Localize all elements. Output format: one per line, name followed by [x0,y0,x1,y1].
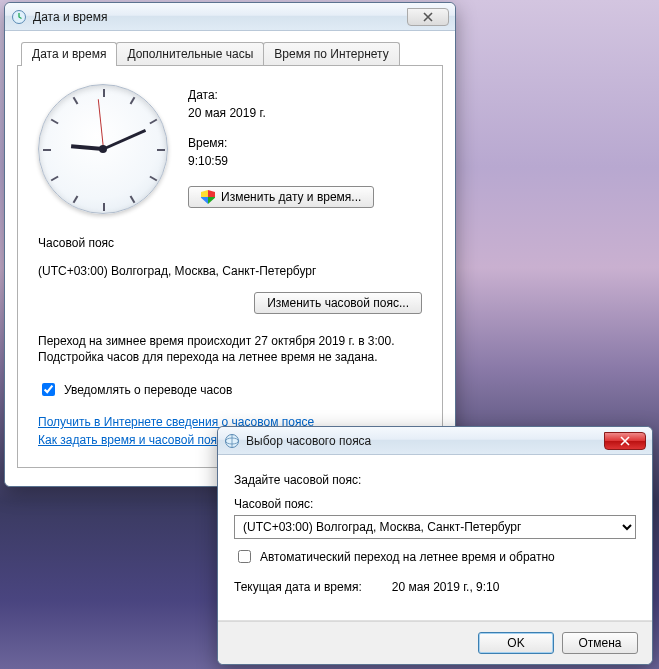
titlebar[interactable]: Дата и время [5,3,455,31]
dialog-title: Выбор часового пояса [246,434,598,448]
timezone-value: (UTC+03:00) Волгоград, Москва, Санкт-Пет… [38,264,422,278]
tabstrip: Дата и время Дополнительные часы Время п… [17,41,443,66]
timezone-heading: Часовой пояс [38,236,422,250]
timezone-dialog: Выбор часового пояса Задайте часовой поя… [217,426,653,665]
titlebar[interactable]: Выбор часового пояса [218,427,652,455]
clock-icon [11,9,27,25]
link-howto[interactable]: Как задать время и часовой пояс? [38,433,230,447]
notify-checkbox-row[interactable]: Уведомлять о переводе часов [38,380,422,399]
change-datetime-button[interactable]: Изменить дату и время... [188,186,374,208]
change-datetime-label: Изменить дату и время... [221,190,361,204]
change-timezone-label: Изменить часовой пояс... [267,296,409,310]
auto-dst-checkbox[interactable] [238,550,251,563]
cancel-button[interactable]: Отмена [562,632,638,654]
dst-info-1: Переход на зимнее время происходит 27 ок… [38,334,422,348]
close-button[interactable] [407,8,449,26]
time-label: Время: [188,136,374,150]
tz-label: Часовой пояс: [234,497,636,511]
tz-select[interactable]: (UTC+03:00) Волгоград, Москва, Санкт-Пет… [234,515,636,539]
analog-clock [38,84,168,214]
shield-icon [201,190,215,204]
time-value: 9:10:59 [188,154,374,168]
tab-additional-clocks[interactable]: Дополнительные часы [116,42,264,65]
auto-dst-label: Автоматический переход на летнее время и… [260,550,555,564]
auto-dst-row[interactable]: Автоматический переход на летнее время и… [234,547,636,566]
ok-button[interactable]: OK [478,632,554,654]
globe-icon [224,433,240,449]
tab-date-time[interactable]: Дата и время [21,42,117,66]
dialog-prompt: Задайте часовой пояс: [234,473,636,487]
now-value: 20 мая 2019 г., 9:10 [392,580,500,594]
notify-label: Уведомлять о переводе часов [64,383,232,397]
close-button[interactable] [604,432,646,450]
notify-checkbox[interactable] [42,383,55,396]
date-time-window: Дата и время Дата и время Дополнительные… [4,2,456,487]
date-value: 20 мая 2019 г. [188,106,374,120]
date-label: Дата: [188,88,374,102]
dialog-footer: OK Отмена [218,621,652,664]
change-timezone-button[interactable]: Изменить часовой пояс... [254,292,422,314]
tab-internet-time[interactable]: Время по Интернету [263,42,399,65]
dst-info-2: Подстройка часов для перехода на летнее … [38,350,422,364]
tab-content: Дата: 20 мая 2019 г. Время: 9:10:59 Изме… [17,66,443,468]
now-label: Текущая дата и время: [234,580,362,594]
window-title: Дата и время [33,10,401,24]
